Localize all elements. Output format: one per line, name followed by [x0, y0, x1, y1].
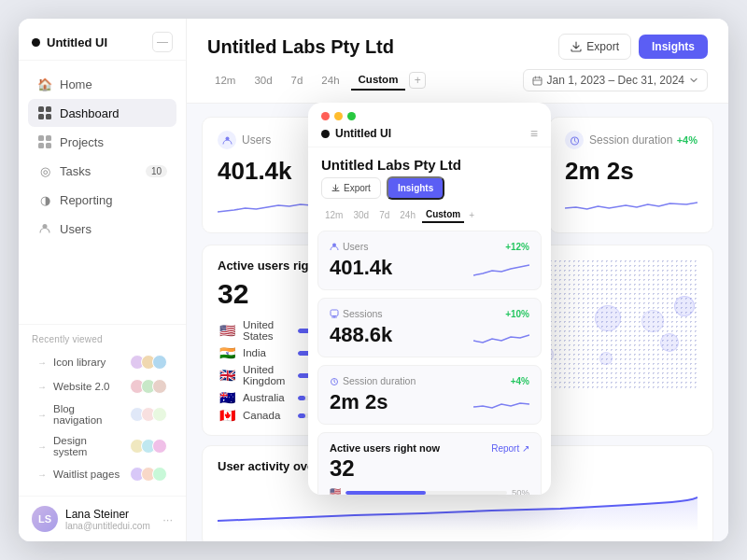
avatar-stack [130, 439, 167, 454]
mobile-export-icon [331, 184, 340, 192]
svg-rect-2 [38, 114, 44, 119]
mobile-stat-label: Sessions [330, 308, 383, 319]
country-name: Australia [243, 392, 291, 403]
mobile-stat-header: Sessions +10% [330, 308, 529, 319]
stat-card-session-duration: Session duration +4% 2m 2s [549, 117, 713, 233]
map-bubble-eu [595, 305, 621, 331]
recent-item-blog[interactable]: → Blog navigation [32, 399, 173, 430]
recent-item-website[interactable]: → Website 2.0 [32, 374, 173, 399]
sidebar-item-home[interactable]: 🏠 Home [28, 70, 176, 98]
sidebar-item-label: Projects [60, 135, 104, 149]
tasks-badge: 10 [146, 165, 167, 177]
mobile-add-filter[interactable]: + [469, 210, 474, 220]
home-icon: 🏠 [37, 77, 52, 91]
users-icon [37, 221, 52, 236]
sidebar-user[interactable]: LS Lana Steiner lana@untitledui.com ··· [19, 496, 186, 541]
mobile-users-value: 401.4k [330, 256, 392, 280]
mobile-stat-header: Users +12% [330, 241, 529, 252]
mobile-duration-value: 2m 2s [330, 390, 388, 414]
export-icon [571, 41, 582, 52]
mobile-export-button[interactable]: Export [321, 177, 381, 199]
recent-item-name: Website 2.0 [53, 381, 123, 392]
traffic-light-green [347, 112, 356, 120]
recent-item-design[interactable]: → Design system [32, 430, 173, 462]
user-name: Lana Steiner [65, 508, 155, 521]
mobile-brand-row: Untitled UI ≡ [308, 120, 551, 147]
mobile-users-icon [330, 242, 339, 251]
mobile-content: Users +12% 401.4k Sessions [308, 231, 551, 495]
stat-label: Users [218, 131, 271, 149]
user-email: lana@untitledui.com [65, 521, 155, 531]
time-filters-left: 12m 30d 7d 24h Custom + [207, 70, 426, 91]
map-bubble-cn [674, 296, 695, 316]
time-filter-custom[interactable]: Custom [351, 70, 406, 91]
avatar-stack [130, 467, 167, 482]
mobile-duration-sparkline [473, 391, 529, 414]
recently-viewed-label: Recently viewed [32, 334, 173, 344]
mobile-filter-30d[interactable]: 30d [349, 208, 373, 222]
time-filter-7d[interactable]: 7d [284, 71, 311, 90]
recent-item-name: Blog navigation [53, 403, 123, 426]
mobile-stat-label: Session duration [330, 375, 416, 386]
duration-stat-icon [565, 131, 584, 149]
mobile-insights-button[interactable]: Insights [387, 176, 444, 200]
recently-viewed-section: Recently viewed → Icon library → Website… [19, 324, 186, 496]
time-filter-30d[interactable]: 30d [247, 71, 279, 90]
flag-us: 🇺🇸 [218, 324, 236, 337]
mobile-sessions-value: 488.6k [330, 323, 392, 347]
mobile-page-title: Untitled Labs Pty Ltd [308, 147, 551, 176]
sidebar-item-users[interactable]: Users [28, 215, 176, 243]
mobile-stat-duration: Session duration +4% 2m 2s [317, 365, 542, 425]
mobile-menu-icon[interactable]: ≡ [530, 126, 538, 141]
sidebar-item-tasks[interactable]: ◎ Tasks 10 [28, 157, 176, 185]
sidebar-item-dashboard[interactable]: Dashboard [28, 99, 176, 127]
avatar [152, 439, 167, 454]
flag-au: 🇦🇺 [218, 391, 236, 404]
mobile-active-title: Active users right now [330, 442, 440, 454]
page-title: Untitled Labs Pty Ltd [207, 36, 394, 58]
mobile-stat-row: 401.4k [330, 256, 529, 280]
brand: Untitled UI [32, 35, 107, 49]
mobile-stat-header: Session duration +4% [330, 375, 529, 386]
mobile-sessions-icon [330, 309, 339, 318]
mobile-time-filters: 12m 30d 7d 24h Custom + [308, 207, 551, 231]
time-filter-12m[interactable]: 12m [207, 71, 243, 90]
brand-name: Untitled UI [47, 35, 107, 49]
sidebar-collapse-button[interactable]: — [152, 32, 173, 52]
sidebar-item-label: Tasks [60, 164, 91, 178]
date-range-picker[interactable]: Jan 1, 2023 – Dec 31, 2024 [523, 69, 708, 91]
recent-item-name: Waitlist pages [53, 469, 123, 480]
projects-icon [37, 134, 52, 149]
avatar [152, 407, 167, 422]
mobile-country-bar [345, 491, 426, 495]
mobile-filter-24h[interactable]: 24h [396, 208, 419, 222]
recent-item-icon-library[interactable]: → Icon library [32, 350, 173, 374]
duration-sparkline [565, 191, 698, 219]
flag-india: 🇮🇳 [218, 346, 236, 359]
reporting-icon: ◑ [37, 192, 52, 207]
dashboard-icon [37, 105, 52, 120]
mobile-users-sparkline [473, 257, 529, 280]
export-button[interactable]: Export [558, 34, 631, 60]
map-bubble-india [660, 333, 679, 352]
mobile-filter-7d[interactable]: 7d [375, 208, 393, 222]
traffic-light-yellow [334, 112, 343, 120]
svg-rect-3 [46, 114, 51, 119]
main-header: Untitled Labs Pty Ltd Export Insights 12… [187, 19, 728, 104]
mobile-duration-badge: +4% [511, 376, 529, 386]
avatar-stack [130, 407, 167, 422]
svg-rect-0 [38, 106, 44, 112]
recent-item-waitlist[interactable]: → Waitlist pages [32, 462, 173, 486]
arrow-icon: → [37, 410, 47, 420]
mobile-filter-12m[interactable]: 12m [321, 208, 346, 222]
sidebar-item-projects[interactable]: Projects [28, 128, 176, 156]
sidebar-item-reporting[interactable]: ◑ Reporting [28, 186, 176, 214]
mobile-stat-users: Users +12% 401.4k [317, 231, 542, 290]
user-more-icon[interactable]: ··· [162, 512, 173, 526]
time-filter-24h[interactable]: 24h [314, 71, 346, 90]
add-filter-button[interactable]: + [409, 72, 426, 89]
sidebar-header: Untitled UI — [19, 19, 186, 61]
mobile-report-link[interactable]: Report ↗ [491, 443, 529, 454]
mobile-filter-custom[interactable]: Custom [422, 207, 464, 223]
insights-button[interactable]: Insights [639, 35, 708, 59]
